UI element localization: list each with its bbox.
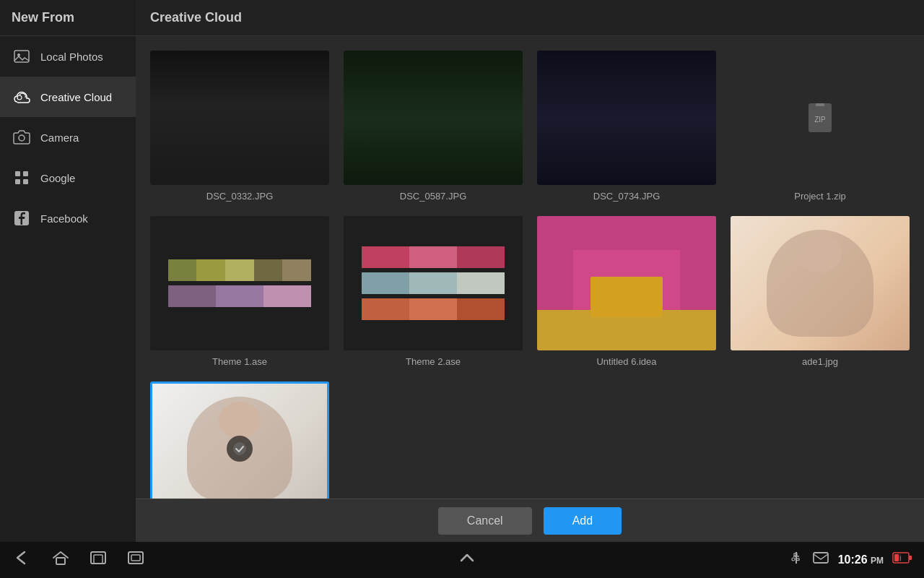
screenshot-icon[interactable] — [126, 549, 146, 571]
sidebar-label-google: Google — [40, 172, 75, 184]
svg-rect-25 — [909, 556, 912, 560]
sidebar-label-camera: Camera — [40, 131, 79, 144]
svg-rect-16 — [128, 552, 143, 564]
sidebar-item-local-photos[interactable]: Local Photos — [0, 36, 136, 77]
file-name: Project 1.zip — [794, 191, 846, 202]
system-bar-left — [12, 549, 146, 571]
file-thumbnail — [150, 381, 329, 499]
file-thumbnail — [344, 51, 523, 185]
file-thumbnail — [150, 216, 329, 350]
svg-rect-26 — [894, 554, 899, 561]
sidebar-label-facebook: Facebook — [40, 212, 88, 225]
system-time: 10:26 PM — [838, 553, 884, 566]
list-item[interactable]: DSC_0587.JPG — [344, 51, 523, 202]
svg-rect-10 — [816, 103, 824, 106]
list-item[interactable]: DSC_0332.JPG — [150, 51, 329, 202]
svg-rect-4 — [15, 171, 20, 176]
file-thumbnail: ZIP — [731, 51, 910, 185]
svg-rect-15 — [94, 555, 103, 564]
file-thumbnail — [150, 51, 329, 185]
home-icon[interactable] — [51, 549, 71, 571]
selected-check-icon — [227, 436, 253, 462]
facebook-icon — [12, 208, 32, 228]
sidebar-item-facebook[interactable]: Facebook — [0, 198, 136, 238]
system-bar-right: 10:26 PM ! — [789, 549, 912, 571]
main-area: New From Local Photos Creative Cloud — [0, 0, 924, 542]
sidebar-label-local-photos: Local Photos — [40, 51, 103, 63]
cancel-button[interactable]: Cancel — [438, 507, 532, 535]
time-suffix: PM — [871, 556, 884, 566]
svg-rect-7 — [23, 179, 28, 184]
list-item[interactable]: Theme 2.ase — [344, 216, 523, 367]
svg-text:ZIP: ZIP — [814, 116, 826, 124]
svg-point-2 — [17, 95, 22, 100]
sidebar-item-creative-cloud[interactable]: Creative Cloud — [0, 77, 136, 117]
content-header: Creative Cloud — [136, 0, 924, 36]
zip-icon: ZIP — [803, 100, 837, 135]
svg-rect-23 — [814, 553, 828, 563]
sidebar-item-camera[interactable]: Camera — [0, 117, 136, 158]
chevron-up-icon[interactable] — [457, 549, 477, 571]
svg-point-12 — [233, 442, 246, 455]
sidebar: New From Local Photos Creative Cloud — [0, 0, 136, 542]
content-area: Creative Cloud DSC_0332.JPG DSC_0587.JPG — [136, 0, 924, 542]
list-item[interactable]: ade2.jpg — [150, 381, 329, 499]
file-thumbnail — [537, 51, 716, 185]
svg-rect-13 — [56, 558, 65, 564]
room-preview — [537, 216, 716, 350]
file-thumbnail — [731, 216, 910, 350]
system-bar-center — [457, 549, 477, 571]
action-bar: Cancel Add — [136, 499, 924, 542]
file-name: Theme 2.ase — [406, 356, 461, 367]
svg-point-3 — [19, 135, 25, 141]
svg-rect-6 — [15, 179, 20, 184]
file-name: ade1.jpg — [802, 356, 838, 367]
usb-icon — [789, 549, 803, 571]
file-name: Theme 1.ase — [212, 356, 267, 367]
list-item[interactable]: ade1.jpg — [731, 216, 910, 367]
svg-point-21 — [792, 558, 795, 561]
list-item[interactable]: Untitled 6.idea — [537, 216, 716, 367]
svg-text:!: ! — [899, 555, 902, 562]
google-icon — [12, 168, 32, 188]
svg-rect-5 — [23, 171, 28, 176]
file-name: DSC_0587.JPG — [400, 191, 467, 202]
photo-icon — [12, 46, 32, 66]
list-item[interactable]: DSC_0734.JPG — [537, 51, 716, 202]
mail-icon[interactable] — [812, 549, 829, 571]
file-name: DSC_0332.JPG — [206, 191, 274, 202]
file-name: DSC_0734.JPG — [593, 191, 661, 202]
recents-icon[interactable] — [88, 549, 108, 571]
svg-rect-0 — [14, 51, 29, 62]
sidebar-label-creative-cloud: Creative Cloud — [40, 91, 112, 103]
add-button[interactable]: Add — [544, 507, 622, 535]
camera-icon — [12, 127, 32, 147]
theme-swatches — [150, 216, 329, 350]
person-preview — [731, 216, 910, 350]
battery-icon: ! — [892, 551, 912, 569]
sidebar-item-google[interactable]: Google — [0, 158, 136, 198]
file-name: Untitled 6.idea — [596, 356, 656, 367]
file-thumbnail — [537, 216, 716, 350]
system-bar: 10:26 PM ! — [0, 542, 924, 578]
file-thumbnail — [344, 216, 523, 350]
svg-rect-17 — [131, 555, 140, 561]
svg-rect-22 — [796, 558, 799, 561]
theme-swatches — [344, 216, 523, 350]
sidebar-header: New From — [0, 0, 136, 36]
list-item[interactable]: Theme 1.ase — [150, 216, 329, 367]
content-grid: DSC_0332.JPG DSC_0587.JPG DSC_0734.JPG — [136, 36, 924, 499]
list-item[interactable]: ZIP Project 1.zip — [731, 51, 910, 202]
svg-rect-14 — [91, 552, 105, 564]
back-icon[interactable] — [12, 549, 33, 571]
cloud-icon — [12, 87, 32, 107]
